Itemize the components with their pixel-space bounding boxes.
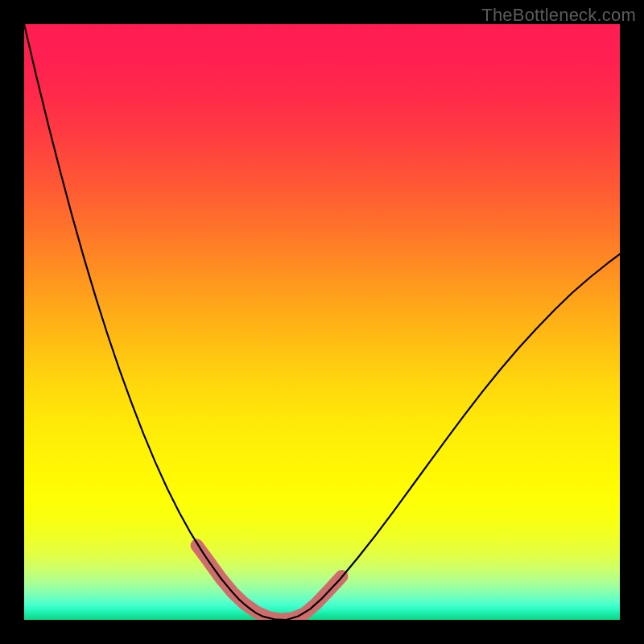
watermark-text: TheBottleneck.com <box>481 5 636 26</box>
bottleneck-curve-path <box>24 24 620 620</box>
curve-layer <box>24 24 620 620</box>
chart-frame: TheBottleneck.com <box>0 0 644 644</box>
plot-area <box>24 24 620 620</box>
